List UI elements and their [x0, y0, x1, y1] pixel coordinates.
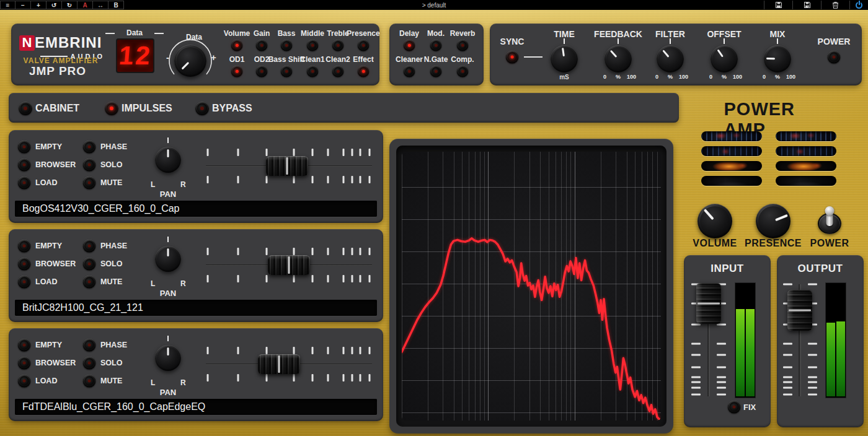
mod-button[interactable] [430, 40, 442, 51]
presence-button[interactable] [358, 40, 370, 51]
tube-vent [776, 131, 836, 141]
bass-shift-button[interactable] [281, 66, 293, 77]
bypass-button[interactable] [195, 102, 209, 115]
phase-button[interactable] [83, 240, 96, 253]
volume-button[interactable] [231, 40, 243, 51]
mute-button[interactable] [83, 375, 96, 388]
sync-button[interactable] [506, 51, 519, 64]
level-fader-handle[interactable] [268, 255, 310, 275]
button-label-bass: Bass [278, 29, 296, 38]
pan-knob[interactable] [155, 345, 181, 371]
master-volume-knob[interactable] [698, 204, 732, 238]
button-label-od2: OD2 [254, 55, 270, 64]
phase-button[interactable] [83, 141, 96, 154]
delay-power-button[interactable] [828, 51, 841, 64]
browser-label: BROWSER [35, 160, 76, 169]
output-title: OUTPUT [777, 263, 864, 275]
gain-button[interactable] [256, 40, 268, 51]
solo-button[interactable] [83, 258, 96, 271]
solo-label: SOLO [100, 259, 122, 268]
clean2-button[interactable] [332, 66, 344, 77]
effect-button[interactable] [358, 66, 370, 77]
od1-button[interactable] [231, 66, 243, 77]
pan-label: PAN [160, 388, 176, 397]
middle-button[interactable] [307, 40, 319, 51]
output-fader-handle[interactable] [787, 290, 812, 331]
power-switch[interactable] [816, 204, 843, 238]
master-presence-label: PRESENCE [745, 238, 802, 249]
load-button[interactable] [18, 375, 31, 388]
undo-icon[interactable]: ↺ [46, 1, 62, 9]
load-button[interactable] [18, 276, 31, 289]
master-volume-label: VOLUME [693, 238, 737, 249]
delete-icon[interactable] [821, 1, 849, 9]
reverb-button[interactable] [457, 40, 469, 51]
feedback-knob-label: FEEDBACK [594, 29, 642, 39]
power-icon[interactable] [849, 1, 868, 9]
comp-button[interactable] [457, 66, 469, 77]
mute-button[interactable] [83, 177, 96, 190]
save-icon[interactable] [764, 1, 792, 9]
cabinet-button[interactable] [19, 102, 32, 115]
browser-button[interactable] [18, 258, 31, 271]
mix-knob[interactable] [764, 45, 791, 72]
menu-icon[interactable]: ≡ [0, 1, 16, 9]
solo-button[interactable] [83, 357, 96, 370]
level-fader-handle[interactable] [258, 354, 300, 374]
level-fader[interactable] [206, 248, 372, 282]
button-label-ngate: N.Gate [424, 55, 448, 64]
redo-icon[interactable]: ↻ [62, 1, 78, 9]
empty-button[interactable] [18, 141, 31, 154]
save-bank-icon[interactable] [792, 1, 821, 9]
impulse-filename[interactable]: FdTDEAlBlu_CGER_160_0_CapEdgeEQ [15, 399, 377, 415]
impulse-filename[interactable]: BritJC82H100_CG_21_121 [15, 300, 377, 316]
data-display-label: Data [126, 28, 143, 37]
od2-button[interactable] [256, 66, 268, 77]
button-label-volume: Volume [224, 29, 250, 38]
empty-button[interactable] [18, 339, 31, 352]
cleaner-button[interactable] [404, 66, 415, 77]
load-button[interactable] [18, 177, 31, 190]
pan-knob[interactable] [155, 246, 181, 272]
feedback-knob[interactable] [604, 45, 632, 72]
fix-button[interactable] [728, 401, 741, 414]
pan-knob[interactable] [155, 147, 181, 173]
phase-button[interactable] [83, 339, 96, 352]
treble-button[interactable] [332, 40, 344, 51]
master-presence-knob[interactable] [756, 204, 790, 238]
level-fader[interactable] [206, 149, 372, 183]
empty-button[interactable] [18, 240, 31, 253]
cab-mode-bar: CABINET IMPULSES BYPASS [9, 93, 679, 123]
clean1-button[interactable] [307, 66, 319, 77]
compare-swap-button[interactable]: ↔ [93, 1, 108, 9]
zoom-in-icon[interactable]: + [31, 1, 46, 9]
solo-button[interactable] [83, 159, 96, 172]
zoom-out-icon[interactable]: − [16, 1, 31, 9]
bass-button[interactable] [281, 40, 293, 51]
compare-a-button[interactable]: A [78, 1, 93, 9]
load-label: LOAD [35, 277, 57, 286]
delay-button[interactable] [404, 40, 415, 51]
filter-knob[interactable] [657, 45, 684, 72]
level-fader[interactable] [206, 347, 372, 381]
preset-display[interactable]: > default [0, 2, 868, 9]
load-label: LOAD [35, 377, 57, 385]
offset-knob-label: OFFSET [707, 29, 741, 39]
mute-button[interactable] [83, 276, 96, 289]
offset-knob[interactable] [711, 45, 738, 72]
input-fader-handle[interactable] [696, 283, 721, 324]
impulse-filename[interactable]: BogOS412V30_CGER_160_0_Cap [15, 201, 377, 217]
time-knob[interactable] [551, 45, 578, 72]
level-fader-handle[interactable] [266, 156, 308, 176]
empty-label: EMPTY [35, 242, 62, 250]
data-knob[interactable] [174, 45, 206, 77]
tube-vent [701, 176, 762, 186]
compare-b-button[interactable]: B [108, 1, 124, 9]
browser-button[interactable] [18, 159, 31, 172]
ngate-button[interactable] [430, 66, 442, 77]
cabinet-label: CABINET [35, 103, 79, 114]
button-label-mod: Mod. [427, 29, 445, 38]
titlebar: ≡ − + ↺ ↻ A ↔ B > default [0, 0, 868, 10]
browser-button[interactable] [18, 357, 31, 370]
impulses-button[interactable] [105, 102, 118, 115]
